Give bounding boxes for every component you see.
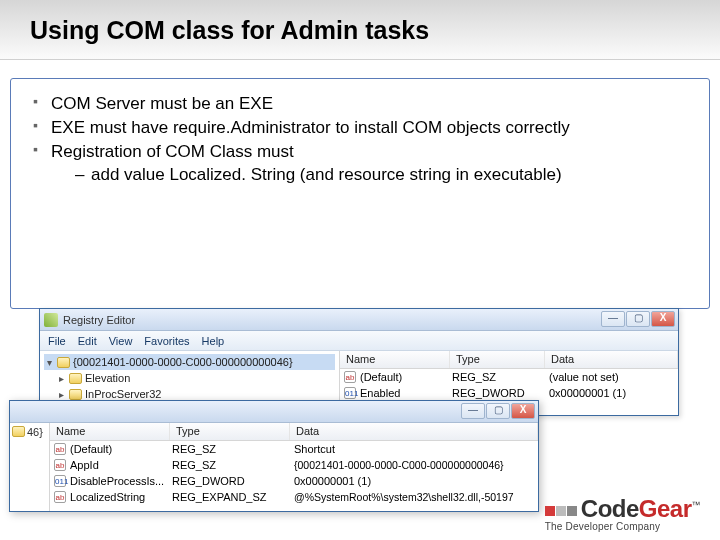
column-header-type[interactable]: Type	[170, 423, 290, 440]
bullet-item: EXE must have require.Administrator to i…	[33, 117, 695, 139]
tree-node[interactable]: ▸ Elevation	[44, 370, 335, 386]
bullet-list: COM Server must be an EXE EXE must have …	[33, 93, 695, 186]
content-frame: COM Server must be an EXE EXE must have …	[10, 78, 710, 309]
window-control-buttons: — ▢ X	[601, 311, 675, 327]
cell-data: {00021401-0000-0000-C000-000000000046}	[294, 459, 504, 471]
slide-title: Using COM class for Admin tasks	[30, 16, 690, 45]
logo-wordmark: CodeGear™	[545, 495, 700, 523]
cell-name: AppId	[70, 459, 172, 471]
cell-data: (value not set)	[549, 371, 619, 383]
menu-favorites[interactable]: Favorites	[144, 335, 189, 347]
menu-help[interactable]: Help	[202, 335, 225, 347]
list-row[interactable]: 011 DisableProcessIs... REG_DWORD 0x0000…	[50, 473, 538, 489]
list-row[interactable]: ab (Default) REG_SZ Shortcut	[50, 441, 538, 457]
tree-node-label: Elevation	[85, 372, 130, 384]
string-value-icon: ab	[54, 443, 66, 455]
expand-icon[interactable]: ▸	[56, 373, 66, 384]
cell-data: 0x00000001 (1)	[549, 387, 626, 399]
minimize-button[interactable]: —	[601, 311, 625, 327]
bullet-text: Registration of COM Class must	[51, 142, 294, 161]
cell-name: LocalizedString	[70, 491, 172, 503]
close-button[interactable]: X	[651, 311, 675, 327]
window-control-buttons: — ▢ X	[461, 403, 535, 419]
cell-data: 0x00000001 (1)	[294, 475, 371, 487]
logo-brand-a: Code	[581, 495, 639, 522]
cell-type: REG_SZ	[172, 459, 294, 471]
registry-body: 46} Name Type Data ab (Default) REG_SZ S…	[10, 423, 538, 511]
codegear-logo: CodeGear™ The Developer Company	[545, 495, 700, 532]
expand-icon[interactable]: ▸	[56, 389, 66, 400]
registry-editor-window-bottom: — ▢ X 46} Name Type Data ab (Default) RE…	[9, 400, 539, 512]
list-row[interactable]: ab LocalizedString REG_EXPAND_SZ @%Syste…	[50, 489, 538, 505]
cell-data: Shortcut	[294, 443, 335, 455]
maximize-button[interactable]: ▢	[626, 311, 650, 327]
cell-name: (Default)	[70, 443, 172, 455]
string-value-icon: ab	[54, 491, 66, 503]
cell-name: DisableProcessIs...	[70, 475, 172, 487]
column-header-data[interactable]: Data	[290, 423, 538, 440]
string-value-icon: ab	[344, 371, 356, 383]
registry-value-list[interactable]: Name Type Data ab (Default) REG_SZ Short…	[50, 423, 538, 511]
cell-type: REG_EXPAND_SZ	[172, 491, 294, 503]
window-title: Registry Editor	[63, 314, 135, 326]
tree-fragment-label: 46}	[27, 426, 43, 438]
column-header-name[interactable]: Name	[50, 423, 170, 440]
slide-header: Using COM class for Admin tasks	[0, 0, 720, 60]
list-body: ab (Default) REG_SZ Shortcut ab AppId RE…	[50, 441, 538, 511]
sub-bullet-item: add value Localized. String (and resourc…	[75, 164, 695, 186]
folder-icon	[12, 426, 25, 437]
tree-node-label: {00021401-0000-0000-C000-000000000046}	[73, 356, 293, 368]
menu-bar: File Edit View Favorites Help	[40, 331, 678, 351]
menu-file[interactable]: File	[48, 335, 66, 347]
tree-node-root[interactable]: ▾ {00021401-0000-0000-C000-000000000046}	[44, 354, 335, 370]
list-header: Name Type Data	[340, 351, 678, 369]
dword-value-icon: 011	[54, 475, 66, 487]
slide-body: COM Server must be an EXE EXE must have …	[0, 60, 720, 309]
menu-edit[interactable]: Edit	[78, 335, 97, 347]
list-row[interactable]: 011 Enabled REG_DWORD 0x00000001 (1)	[340, 385, 678, 401]
logo-brand-b: Gear	[639, 495, 692, 522]
cell-data: @%SystemRoot%\system32\shell32.dll,-5019…	[294, 491, 514, 503]
list-row[interactable]: ab (Default) REG_SZ (value not set)	[340, 369, 678, 385]
bullet-item: Registration of COM Class must add value…	[33, 141, 695, 187]
maximize-button[interactable]: ▢	[486, 403, 510, 419]
folder-icon	[69, 389, 82, 400]
list-row[interactable]: ab AppId REG_SZ {00021401-0000-0000-C000…	[50, 457, 538, 473]
trademark-symbol: ™	[692, 500, 701, 510]
tree-node-label: InProcServer32	[85, 388, 161, 400]
sub-bullet-list: add value Localized. String (and resourc…	[75, 164, 695, 186]
registry-tree-strip[interactable]: 46}	[10, 423, 50, 511]
list-header: Name Type Data	[50, 423, 538, 441]
window-titlebar[interactable]: Registry Editor — ▢ X	[40, 309, 678, 331]
app-icon	[44, 313, 58, 327]
window-titlebar[interactable]: — ▢ X	[10, 401, 538, 423]
cell-type: REG_DWORD	[452, 387, 549, 399]
column-header-type[interactable]: Type	[450, 351, 545, 368]
cell-type: REG_SZ	[172, 443, 294, 455]
logo-squares-icon	[545, 506, 577, 516]
menu-view[interactable]: View	[109, 335, 133, 347]
string-value-icon: ab	[54, 459, 66, 471]
cell-name: (Default)	[360, 371, 452, 383]
cell-name: Enabled	[360, 387, 452, 399]
cell-type: REG_DWORD	[172, 475, 294, 487]
dword-value-icon: 011	[344, 387, 356, 399]
cell-type: REG_SZ	[452, 371, 549, 383]
column-header-data[interactable]: Data	[545, 351, 678, 368]
folder-icon	[57, 357, 70, 368]
bullet-item: COM Server must be an EXE	[33, 93, 695, 115]
minimize-button[interactable]: —	[461, 403, 485, 419]
folder-icon	[69, 373, 82, 384]
close-button[interactable]: X	[511, 403, 535, 419]
expand-icon[interactable]: ▾	[44, 357, 54, 368]
column-header-name[interactable]: Name	[340, 351, 450, 368]
